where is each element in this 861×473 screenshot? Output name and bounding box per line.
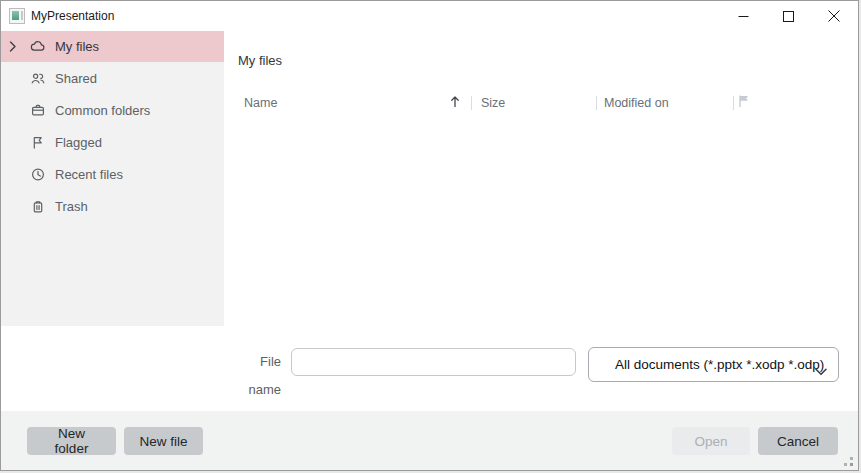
resize-grip[interactable] [844, 457, 853, 466]
new-file-button[interactable]: New file [124, 427, 203, 455]
column-header-modified-on[interactable]: Modified on [604, 94, 669, 112]
file-name-input[interactable] [291, 348, 576, 376]
sidebar-item-common-folders[interactable]: Common folders [1, 94, 224, 126]
sidebar-item-label: Recent files [55, 167, 123, 182]
column-header-name[interactable]: Name [244, 94, 277, 112]
window-title: MyPresentation [31, 9, 114, 23]
sort-ascending-icon[interactable] [450, 95, 460, 111]
column-separator [733, 96, 734, 110]
file-type-selected-value: All documents (*.pptx *.xodp *.odp) [615, 357, 824, 372]
flag-icon [30, 134, 46, 150]
close-button[interactable] [811, 1, 856, 31]
sidebar-item-label: My files [55, 39, 99, 54]
file-type-dropdown[interactable]: All documents (*.pptx *.xodp *.odp) [588, 347, 839, 382]
sidebar-item-trash[interactable]: Trash [1, 190, 224, 222]
sidebar: My files Shared [1, 31, 224, 326]
title-bar: MyPresentation [1, 1, 858, 31]
app-icon-strip [21, 11, 23, 20]
maximize-icon [783, 11, 794, 22]
current-folder-heading: My files [238, 53, 282, 68]
minimize-icon [738, 11, 749, 22]
open-file-dialog: MyPresentation [0, 0, 859, 471]
file-list-column-header: Name Size Modified on [238, 94, 854, 112]
sidebar-item-label: Trash [55, 199, 88, 214]
trash-icon [30, 198, 46, 214]
column-header-flag-icon[interactable] [738, 95, 750, 111]
briefcase-icon [30, 102, 46, 118]
file-name-label: File name [224, 348, 281, 376]
dialog-footer: New folder New file Open Cancel [1, 411, 858, 471]
column-separator [596, 96, 597, 110]
open-button[interactable]: Open [672, 427, 750, 455]
sidebar-item-flagged[interactable]: Flagged [1, 126, 224, 158]
clock-icon [30, 166, 46, 182]
app-icon [9, 8, 25, 24]
column-header-size[interactable]: Size [481, 94, 505, 112]
people-icon [30, 70, 46, 86]
sidebar-item-label: Common folders [55, 103, 150, 118]
column-separator [471, 96, 472, 110]
window-controls [721, 1, 856, 31]
maximize-button[interactable] [766, 1, 811, 31]
close-icon [828, 10, 840, 22]
chevron-right-icon[interactable] [9, 41, 30, 52]
app-icon-slide [12, 11, 19, 20]
sidebar-item-my-files[interactable]: My files [1, 31, 224, 62]
chevron-down-icon [815, 362, 827, 380]
sidebar-item-recent-files[interactable]: Recent files [1, 158, 224, 190]
new-folder-button[interactable]: New folder [27, 427, 116, 455]
cancel-button[interactable]: Cancel [758, 427, 838, 455]
sidebar-item-label: Shared [55, 71, 97, 86]
minimize-button[interactable] [721, 1, 766, 31]
file-list-empty-area[interactable] [224, 113, 857, 326]
sidebar-item-shared[interactable]: Shared [1, 62, 224, 94]
cloud-icon [30, 39, 46, 55]
sidebar-item-label: Flagged [55, 135, 102, 150]
